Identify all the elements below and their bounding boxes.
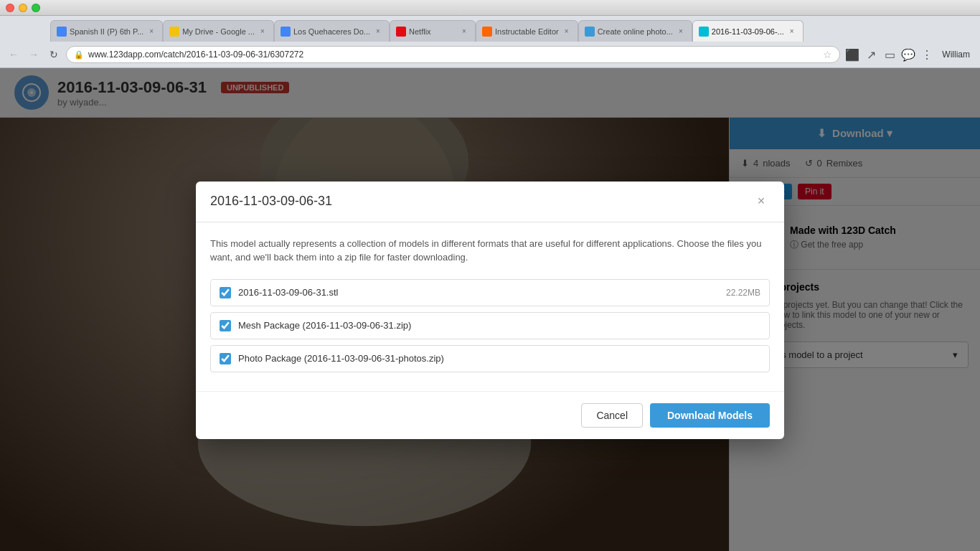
file-checkbox-3[interactable] xyxy=(220,353,231,364)
bookmark-icon[interactable]: ☆ xyxy=(823,49,832,60)
lock-icon: 🔒 xyxy=(74,50,84,60)
tab-label: Create online photo... xyxy=(598,27,673,36)
tabs-row: Spanish II (P) 6th P... × My Drive - Goo… xyxy=(0,16,980,42)
url-text: www.123dapp.com/catch/2016-11-03-09-06-3… xyxy=(88,50,819,60)
address-bar[interactable]: 🔒 www.123dapp.com/catch/2016-11-03-09-06… xyxy=(66,46,840,63)
tab-instructable[interactable]: Instructable Editor × xyxy=(476,20,578,42)
tab-label: My Drive - Google ... xyxy=(182,27,255,36)
tab-close-icon[interactable]: × xyxy=(459,27,469,37)
toolbar-icons: ⬛ ↗ ▭ 💬 ⋮ William xyxy=(844,47,974,62)
address-row: ← → ↻ 🔒 www.123dapp.com/catch/2016-11-03… xyxy=(0,42,980,67)
tab-spanish[interactable]: Spanish II (P) 6th P... × xyxy=(50,20,163,42)
tab-favicon xyxy=(396,27,406,37)
tab-label: Netflix xyxy=(409,27,456,36)
tab-close-icon[interactable]: × xyxy=(373,27,383,37)
modal-body: This model actually represents a collect… xyxy=(196,222,784,380)
tab-label: Instructable Editor xyxy=(495,27,559,36)
file-label-3: Photo Package (2016-11-03-09-06-31-photo… xyxy=(238,353,753,364)
modal-footer: Cancel Download Models xyxy=(196,391,784,439)
file-item[interactable]: Photo Package (2016-11-03-09-06-31-photo… xyxy=(210,345,770,372)
minimize-button[interactable] xyxy=(19,4,27,12)
tab-favicon xyxy=(281,27,291,37)
file-label-2: Mesh Package (2016-11-03-09-06-31.zip) xyxy=(238,320,753,331)
tab-quehaceres[interactable]: Los Quehaceres Do... × xyxy=(274,20,390,42)
file-item[interactable]: 2016-11-03-09-06-31.stl 22.22MB xyxy=(210,279,770,306)
modal-overlay: 2016-11-03-09-06-31 × This model actuall… xyxy=(0,68,980,551)
modal-description: This model actually represents a collect… xyxy=(210,237,770,265)
modal-header: 2016-11-03-09-06-31 × xyxy=(196,182,784,222)
traffic-lights xyxy=(6,4,40,12)
tab-current[interactable]: 2016-11-03-09-06-... × xyxy=(692,20,804,42)
download-models-button[interactable]: Download Models xyxy=(650,403,770,428)
back-button[interactable]: ← xyxy=(6,47,22,62)
tab-close-icon[interactable]: × xyxy=(146,27,156,37)
page-content: 2016-11-03-09-06-31 UNPUBLISHED by wiyad… xyxy=(0,68,980,551)
file-size-1: 22.22MB xyxy=(726,288,760,298)
title-bar xyxy=(0,0,980,16)
browser-chrome: Spanish II (P) 6th P... × My Drive - Goo… xyxy=(0,16,980,68)
tab-drive[interactable]: My Drive - Google ... × xyxy=(163,20,274,42)
tab-favicon xyxy=(169,27,179,37)
tab-label: Los Quehaceres Do... xyxy=(293,27,370,36)
reload-button[interactable]: ↻ xyxy=(46,47,62,62)
modal-title: 2016-11-03-09-06-31 xyxy=(210,194,332,209)
tab-favicon xyxy=(57,27,67,37)
tab-label: Spanish II (P) 6th P... xyxy=(70,27,143,36)
tab-close-icon[interactable]: × xyxy=(258,27,268,37)
file-checkbox-1[interactable] xyxy=(220,287,231,298)
extensions-icon[interactable]: ⬛ xyxy=(844,47,860,62)
tab-close-icon[interactable]: × xyxy=(787,27,797,37)
tab-label: 2016-11-03-09-06-... xyxy=(712,27,784,36)
cancel-button[interactable]: Cancel xyxy=(581,403,643,428)
forward-button[interactable]: → xyxy=(26,47,42,62)
tab-favicon xyxy=(699,27,709,37)
tab-close-icon[interactable]: × xyxy=(562,27,572,37)
tab-create-online[interactable]: Create online photo... × xyxy=(578,20,692,42)
download-modal: 2016-11-03-09-06-31 × This model actuall… xyxy=(196,182,784,439)
modal-close-button[interactable]: × xyxy=(753,193,770,210)
menu-icon[interactable]: ⋮ xyxy=(919,47,935,62)
file-label-1: 2016-11-03-09-06-31.stl xyxy=(238,287,719,298)
file-list: 2016-11-03-09-06-31.stl 22.22MB Mesh Pac… xyxy=(210,279,770,372)
share-icon[interactable]: ↗ xyxy=(863,47,879,62)
tab-favicon xyxy=(585,27,595,37)
tab-favicon xyxy=(482,27,492,37)
close-button[interactable] xyxy=(6,4,14,12)
fullscreen-button[interactable] xyxy=(32,4,40,12)
file-item[interactable]: Mesh Package (2016-11-03-09-06-31.zip) xyxy=(210,312,770,339)
skype-icon[interactable]: 💬 xyxy=(900,47,916,62)
tab-netflix[interactable]: Netflix × xyxy=(390,20,476,42)
airplay-icon[interactable]: ▭ xyxy=(882,47,897,62)
user-name: William xyxy=(938,50,974,60)
tab-close-icon[interactable]: × xyxy=(676,27,686,37)
file-checkbox-2[interactable] xyxy=(220,320,231,331)
